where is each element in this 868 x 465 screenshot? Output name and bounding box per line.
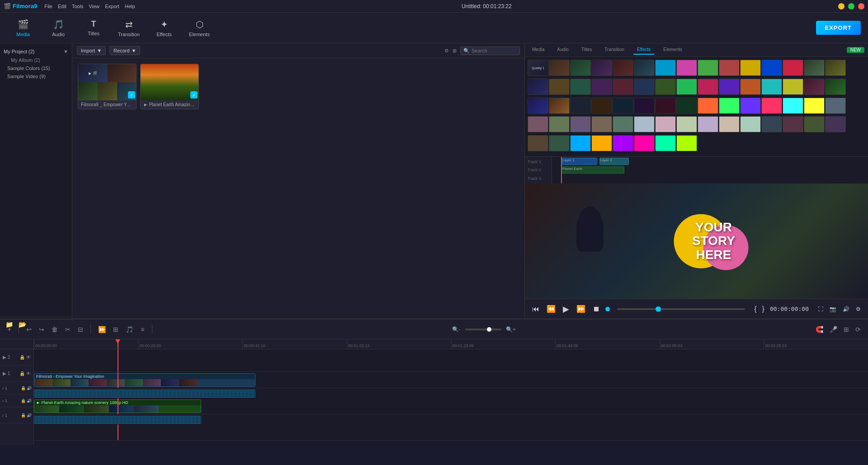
effect-item[interactable] bbox=[719, 116, 740, 132]
effects-tab-audio[interactable]: Audio bbox=[553, 45, 572, 55]
lock-icon-v2[interactable]: 🔒 bbox=[19, 355, 25, 360]
effect-item[interactable] bbox=[719, 98, 740, 114]
effect-item[interactable] bbox=[528, 135, 548, 151]
effect-item[interactable] bbox=[570, 135, 591, 151]
eye-icon-v2[interactable]: 👁 bbox=[26, 355, 31, 360]
cut-tool-button[interactable]: ⊞ bbox=[842, 324, 851, 335]
volume-button[interactable]: 🔊 bbox=[841, 304, 851, 314]
search-input[interactable] bbox=[472, 48, 517, 53]
effect-item[interactable] bbox=[634, 116, 655, 132]
effect-item[interactable] bbox=[655, 60, 676, 76]
split-button[interactable]: ⊟ bbox=[76, 324, 85, 335]
grid-view-icon[interactable]: ⊞ bbox=[453, 48, 457, 54]
effect-item[interactable] bbox=[698, 116, 718, 132]
effect-item[interactable] bbox=[676, 60, 697, 76]
sample-colors-item[interactable]: Sample Colors (15) bbox=[0, 64, 72, 72]
effect-item[interactable] bbox=[549, 135, 570, 151]
import-file-icon[interactable]: 📂 bbox=[19, 321, 26, 328]
effect-item[interactable] bbox=[570, 98, 591, 114]
preview-timeline-slider[interactable] bbox=[617, 308, 745, 310]
effect-item[interactable] bbox=[655, 98, 676, 114]
effect-item[interactable] bbox=[549, 98, 570, 114]
my-project-header[interactable]: My Project (2) ▼ bbox=[0, 47, 72, 56]
my-album-item[interactable]: My Album (2) bbox=[0, 56, 72, 64]
effect-item[interactable] bbox=[783, 79, 803, 95]
audio-mix-button[interactable]: 🎵 bbox=[124, 324, 135, 335]
nav-effects[interactable]: ✦ Effects bbox=[148, 15, 180, 41]
effect-item[interactable] bbox=[634, 79, 655, 95]
effects-tab-media[interactable]: Media bbox=[528, 45, 548, 55]
effect-item[interactable] bbox=[549, 116, 570, 132]
mini-clip-3[interactable]: Planet Earth bbox=[561, 166, 624, 174]
step-back-button[interactable]: ⏪ bbox=[545, 303, 557, 315]
nav-elements[interactable]: ⬡ Elements bbox=[184, 15, 215, 41]
record-button[interactable]: Record ▼ bbox=[109, 46, 140, 55]
effect-item[interactable] bbox=[825, 116, 846, 132]
effect-item[interactable] bbox=[698, 98, 718, 114]
maximize-button[interactable] bbox=[848, 3, 854, 9]
eye-icon-v1[interactable]: 👁 bbox=[26, 371, 31, 376]
effect-item[interactable] bbox=[528, 116, 548, 132]
settings-button[interactable]: ⚙ bbox=[854, 304, 863, 314]
nav-titles[interactable]: T Titles bbox=[78, 15, 109, 41]
effects-tab-elements[interactable]: Elements bbox=[660, 45, 686, 55]
effect-item[interactable] bbox=[740, 60, 761, 76]
effect-item[interactable] bbox=[591, 98, 612, 114]
effect-item[interactable] bbox=[804, 116, 825, 132]
menu-help[interactable]: Help bbox=[125, 4, 135, 9]
menu-edit[interactable]: Edit bbox=[58, 4, 66, 9]
effect-item[interactable] bbox=[634, 60, 655, 76]
effects-tab-transition[interactable]: Transition bbox=[601, 45, 628, 55]
effects-tab-titles[interactable]: Titles bbox=[578, 45, 596, 55]
mini-clip-2[interactable]: Layer 2 bbox=[599, 158, 629, 165]
effect-item[interactable] bbox=[591, 135, 612, 151]
effect-item[interactable] bbox=[676, 116, 697, 132]
effect-item[interactable] bbox=[804, 98, 825, 114]
zoom-slider[interactable] bbox=[465, 329, 501, 330]
effect-item[interactable] bbox=[825, 98, 846, 114]
media-item-planet[interactable]: ✓ ► Planet Earth Amazing ... bbox=[140, 64, 199, 109]
nav-audio[interactable]: 🎵 Audio bbox=[42, 15, 74, 41]
effect-item[interactable] bbox=[740, 79, 761, 95]
effect-item[interactable] bbox=[591, 60, 612, 76]
export-button[interactable]: EXPORT bbox=[816, 21, 861, 35]
play-button[interactable]: ▶ bbox=[561, 302, 571, 316]
effect-item[interactable] bbox=[761, 60, 782, 76]
effect-item[interactable] bbox=[570, 60, 591, 76]
close-button[interactable] bbox=[858, 3, 864, 9]
effect-item[interactable] bbox=[549, 79, 570, 95]
effect-item[interactable] bbox=[676, 79, 697, 95]
effect-item[interactable] bbox=[698, 60, 718, 76]
effect-item[interactable] bbox=[591, 79, 612, 95]
media-item-filmora[interactable]: ▶ 🎬 ✓ Filmora9 _ Empower You... bbox=[78, 64, 137, 109]
mic-button[interactable]: 🎤 bbox=[828, 324, 839, 335]
effect-item[interactable] bbox=[825, 79, 846, 95]
adjust-button[interactable]: ≡ bbox=[139, 324, 146, 335]
import-button[interactable]: Import ▼ bbox=[77, 46, 106, 55]
effect-item[interactable] bbox=[719, 79, 740, 95]
lock-icon-a3[interactable]: 🔒 bbox=[21, 413, 26, 418]
effect-item[interactable] bbox=[591, 116, 612, 132]
mini-clip-1[interactable]: Layer 1 bbox=[561, 158, 597, 165]
effect-item[interactable] bbox=[655, 79, 676, 95]
zoom-out-button[interactable]: 🔍- bbox=[450, 324, 462, 334]
lock-icon-a2[interactable]: 🔒 bbox=[21, 399, 26, 403]
new-folder-icon[interactable]: 📁 bbox=[5, 321, 13, 328]
menu-tools[interactable]: Tools bbox=[72, 4, 84, 9]
effect-item[interactable] bbox=[698, 79, 718, 95]
effect-item[interactable] bbox=[613, 79, 633, 95]
menu-view[interactable]: View bbox=[89, 4, 100, 9]
effect-item[interactable] bbox=[570, 79, 591, 95]
effect-item[interactable] bbox=[783, 116, 803, 132]
effect-item[interactable] bbox=[804, 79, 825, 95]
effect-item[interactable] bbox=[804, 60, 825, 76]
effect-item[interactable] bbox=[655, 116, 676, 132]
effect-item[interactable] bbox=[825, 60, 846, 76]
zoom-in-button[interactable]: 🔍+ bbox=[504, 324, 518, 334]
effect-item[interactable] bbox=[719, 60, 740, 76]
minimize-button[interactable] bbox=[838, 3, 844, 9]
effect-item[interactable] bbox=[528, 98, 548, 114]
effect-item[interactable] bbox=[634, 135, 655, 151]
record-indicator[interactable] bbox=[605, 307, 610, 311]
stop-button[interactable]: ⏹ bbox=[591, 303, 602, 315]
